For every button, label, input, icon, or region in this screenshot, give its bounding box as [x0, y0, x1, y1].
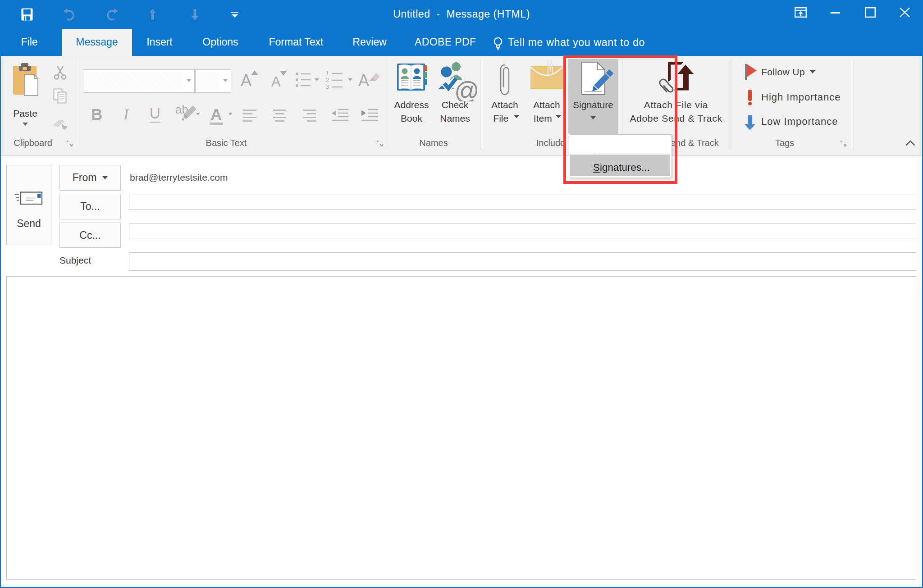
- svg-text:@: @: [454, 77, 480, 101]
- svg-text:3: 3: [326, 83, 329, 89]
- svg-text:2: 2: [326, 77, 329, 83]
- svg-text:1: 1: [326, 70, 329, 77]
